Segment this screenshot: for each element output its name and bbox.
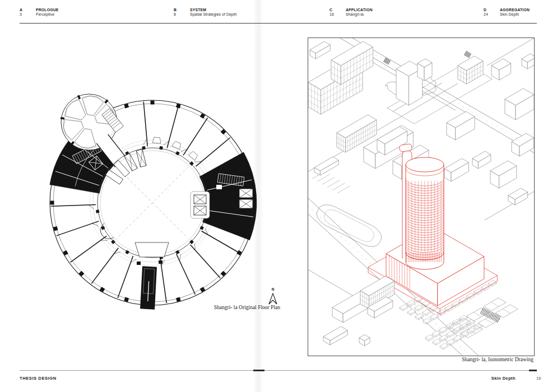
isometric-figure-frame xyxy=(308,38,535,356)
header-section-system: B 8 SYSTEM Spatial Strategies of Depth xyxy=(174,8,237,17)
section-letter: B xyxy=(174,8,190,12)
footer-rule-dark-segment xyxy=(529,370,537,371)
header-section-aggregation: D 24 AGGREGATION Skin Depth xyxy=(484,8,530,17)
footer-rule-dark-segment xyxy=(253,370,264,371)
floor-plan-caption: Shangri- la Original Floor Plan xyxy=(168,305,280,310)
isometric-caption: Shangri- la, Isonometric Drawing xyxy=(365,357,533,362)
thesis-spread-page: A 3 PROLOGUE Perceptive B 8 SYSTEM Spati… xyxy=(0,0,557,392)
section-title: AGGREGATION xyxy=(500,8,530,12)
section-subtitle: Shangri-la xyxy=(346,12,373,17)
section-number: 16 xyxy=(329,12,346,17)
footer-thesis-label: THESIS DESIGN xyxy=(20,376,57,381)
footer-chapter-label: Skin Depth xyxy=(459,376,516,381)
section-number: 3 xyxy=(20,12,36,17)
section-number: 8 xyxy=(174,12,190,17)
isometric-city-drawing xyxy=(308,38,534,356)
section-subtitle: Perceptive xyxy=(36,12,59,17)
header-section-application: C 16 APPLICATION Shangri-la xyxy=(329,8,373,17)
north-arrow-icon xyxy=(269,293,277,304)
section-subtitle: Spatial Strategies of Depth xyxy=(190,12,237,17)
north-label: N xyxy=(269,287,277,291)
section-letter: D xyxy=(484,8,500,12)
section-letter: A xyxy=(20,8,36,12)
header-rule xyxy=(20,23,537,24)
section-subtitle: Skin Depth xyxy=(500,12,530,17)
page-gutter-shadow xyxy=(253,0,263,392)
header-section-prologue: A 3 PROLOGUE Perceptive xyxy=(20,8,59,17)
section-title: APPLICATION xyxy=(346,8,373,12)
section-letter: C xyxy=(329,8,346,12)
section-title: PROLOGUE xyxy=(36,8,59,12)
section-number: 24 xyxy=(484,12,500,17)
section-title: SYSTEM xyxy=(190,8,237,12)
footer-rule xyxy=(20,370,537,371)
footer-page-number: 16 xyxy=(536,376,541,381)
